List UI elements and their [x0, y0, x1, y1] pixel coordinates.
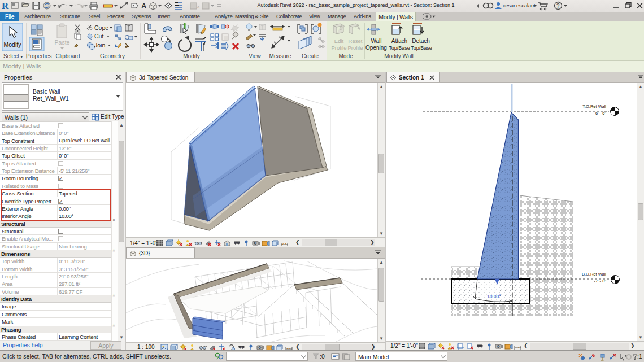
svg-text:Cut: Cut — [94, 33, 103, 40]
svg-text:-7' - 0": -7' - 0" — [594, 278, 606, 284]
svg-text:R: R — [2, 1, 9, 11]
svg-text:Join: Join — [94, 42, 105, 49]
svg-text:Cope: Cope — [94, 24, 108, 31]
svg-text:T.O.Ret Wall: T.O.Ret Wall — [582, 104, 606, 109]
svg-text:Paste: Paste — [55, 39, 70, 46]
svg-text:Wall: Wall — [371, 38, 381, 44]
svg-text:x: x — [197, 4, 199, 9]
svg-text:A: A — [141, 2, 147, 10]
svg-text:Top/Base: Top/Base — [389, 45, 410, 51]
svg-text:Opening: Opening — [365, 45, 387, 51]
svg-text:B.O.Ret Wall: B.O.Ret Wall — [582, 272, 606, 277]
svg-text:6' - 6": 6' - 6" — [595, 111, 606, 116]
svg-text:Profile: Profile — [348, 45, 363, 51]
svg-text:Attach: Attach — [391, 38, 407, 44]
svg-text:Edit: Edit — [334, 38, 344, 44]
svg-text:Top/Base: Top/Base — [411, 45, 432, 51]
svg-text:Profile: Profile — [332, 45, 347, 51]
svg-text:?: ? — [556, 3, 560, 9]
svg-text:10.00°: 10.00° — [487, 294, 501, 299]
svg-text:Reset: Reset — [349, 38, 363, 44]
svg-text:Detach: Detach — [412, 38, 430, 44]
svg-text:Modify: Modify — [4, 41, 22, 48]
